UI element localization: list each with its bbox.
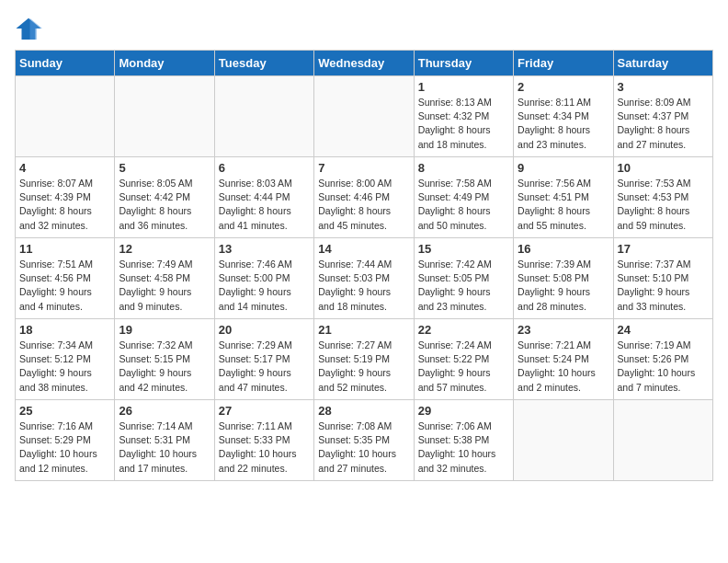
svg-marker-0 bbox=[17, 18, 41, 40]
calendar-cell: 11Sunrise: 7:51 AM Sunset: 4:56 PM Dayli… bbox=[16, 238, 115, 319]
day-number: 25 bbox=[19, 404, 110, 418]
calendar-cell: 10Sunrise: 7:53 AM Sunset: 4:53 PM Dayli… bbox=[613, 157, 712, 238]
day-number: 24 bbox=[618, 323, 709, 337]
day-info: Sunrise: 7:49 AM Sunset: 4:58 PM Dayligh… bbox=[119, 258, 210, 314]
day-number: 27 bbox=[219, 404, 310, 418]
day-number: 8 bbox=[418, 161, 509, 175]
calendar-cell: 1Sunrise: 8:13 AM Sunset: 4:32 PM Daylig… bbox=[414, 76, 513, 157]
day-info: Sunrise: 7:19 AM Sunset: 5:26 PM Dayligh… bbox=[618, 339, 709, 395]
day-number: 14 bbox=[318, 242, 409, 256]
day-info: Sunrise: 8:11 AM Sunset: 4:34 PM Dayligh… bbox=[518, 96, 609, 152]
day-number: 18 bbox=[19, 323, 110, 337]
day-info: Sunrise: 7:06 AM Sunset: 5:38 PM Dayligh… bbox=[418, 419, 509, 476]
day-info: Sunrise: 7:29 AM Sunset: 5:17 PM Dayligh… bbox=[219, 339, 310, 395]
day-number: 19 bbox=[119, 323, 210, 337]
day-number: 20 bbox=[219, 323, 310, 337]
day-number: 10 bbox=[618, 161, 709, 175]
day-number: 1 bbox=[418, 80, 509, 94]
day-number: 4 bbox=[19, 161, 110, 175]
day-info: Sunrise: 7:56 AM Sunset: 4:51 PM Dayligh… bbox=[518, 177, 609, 233]
weekday-header-friday: Friday bbox=[514, 51, 613, 76]
calendar-cell bbox=[613, 400, 712, 481]
day-number: 11 bbox=[19, 242, 110, 256]
calendar-cell bbox=[115, 76, 214, 157]
day-info: Sunrise: 7:34 AM Sunset: 5:12 PM Dayligh… bbox=[19, 339, 110, 395]
day-info: Sunrise: 7:44 AM Sunset: 5:03 PM Dayligh… bbox=[318, 258, 409, 314]
calendar-week-row: 11Sunrise: 7:51 AM Sunset: 4:56 PM Dayli… bbox=[16, 238, 713, 319]
calendar-cell: 16Sunrise: 7:39 AM Sunset: 5:08 PM Dayli… bbox=[514, 238, 613, 319]
day-info: Sunrise: 7:21 AM Sunset: 5:24 PM Dayligh… bbox=[518, 339, 609, 395]
calendar-cell: 13Sunrise: 7:46 AM Sunset: 5:00 PM Dayli… bbox=[214, 238, 313, 319]
weekday-header-tuesday: Tuesday bbox=[214, 51, 313, 76]
day-info: Sunrise: 7:32 AM Sunset: 5:15 PM Dayligh… bbox=[119, 339, 210, 395]
svg-marker-1 bbox=[30, 18, 43, 40]
day-number: 22 bbox=[418, 323, 509, 337]
day-info: Sunrise: 7:11 AM Sunset: 5:33 PM Dayligh… bbox=[219, 419, 310, 476]
day-info: Sunrise: 7:24 AM Sunset: 5:22 PM Dayligh… bbox=[418, 339, 509, 395]
day-number: 2 bbox=[518, 80, 609, 94]
weekday-header-monday: Monday bbox=[115, 51, 214, 76]
day-info: Sunrise: 7:42 AM Sunset: 5:05 PM Dayligh… bbox=[418, 258, 509, 314]
day-number: 23 bbox=[518, 323, 609, 337]
day-number: 17 bbox=[618, 242, 709, 256]
day-info: Sunrise: 7:46 AM Sunset: 5:00 PM Dayligh… bbox=[219, 258, 310, 314]
day-number: 15 bbox=[418, 242, 509, 256]
day-info: Sunrise: 7:53 AM Sunset: 4:53 PM Dayligh… bbox=[618, 177, 709, 233]
calendar-cell: 28Sunrise: 7:08 AM Sunset: 5:35 PM Dayli… bbox=[314, 400, 414, 481]
weekday-header-saturday: Saturday bbox=[613, 51, 712, 76]
calendar-cell: 25Sunrise: 7:16 AM Sunset: 5:29 PM Dayli… bbox=[16, 400, 115, 481]
calendar-cell: 18Sunrise: 7:34 AM Sunset: 5:12 PM Dayli… bbox=[16, 319, 115, 400]
calendar-cell: 5Sunrise: 8:05 AM Sunset: 4:42 PM Daylig… bbox=[115, 157, 214, 238]
calendar-cell: 19Sunrise: 7:32 AM Sunset: 5:15 PM Dayli… bbox=[115, 319, 214, 400]
day-number: 21 bbox=[318, 323, 409, 337]
calendar-cell: 12Sunrise: 7:49 AM Sunset: 4:58 PM Dayli… bbox=[115, 238, 214, 319]
calendar-cell bbox=[16, 76, 115, 157]
calendar-cell bbox=[314, 76, 414, 157]
day-info: Sunrise: 7:16 AM Sunset: 5:29 PM Dayligh… bbox=[19, 419, 110, 476]
calendar-week-row: 1Sunrise: 8:13 AM Sunset: 4:32 PM Daylig… bbox=[16, 76, 713, 157]
day-number: 7 bbox=[318, 161, 409, 175]
calendar-cell: 6Sunrise: 8:03 AM Sunset: 4:44 PM Daylig… bbox=[214, 157, 313, 238]
day-number: 12 bbox=[119, 242, 210, 256]
day-info: Sunrise: 8:07 AM Sunset: 4:39 PM Dayligh… bbox=[19, 177, 110, 233]
calendar-cell: 3Sunrise: 8:09 AM Sunset: 4:37 PM Daylig… bbox=[613, 76, 712, 157]
day-number: 6 bbox=[219, 161, 310, 175]
day-info: Sunrise: 7:14 AM Sunset: 5:31 PM Dayligh… bbox=[119, 419, 210, 476]
calendar-cell bbox=[214, 76, 313, 157]
logo-icon bbox=[15, 15, 42, 42]
day-number: 29 bbox=[418, 404, 509, 418]
logo bbox=[15, 15, 46, 42]
weekday-header-sunday: Sunday bbox=[16, 51, 115, 76]
day-info: Sunrise: 7:37 AM Sunset: 5:10 PM Dayligh… bbox=[618, 258, 709, 314]
calendar-cell: 15Sunrise: 7:42 AM Sunset: 5:05 PM Dayli… bbox=[414, 238, 513, 319]
day-info: Sunrise: 8:05 AM Sunset: 4:42 PM Dayligh… bbox=[119, 177, 210, 233]
page-header bbox=[15, 15, 713, 42]
calendar-cell: 26Sunrise: 7:14 AM Sunset: 5:31 PM Dayli… bbox=[115, 400, 214, 481]
calendar-cell: 29Sunrise: 7:06 AM Sunset: 5:38 PM Dayli… bbox=[414, 400, 513, 481]
day-info: Sunrise: 8:09 AM Sunset: 4:37 PM Dayligh… bbox=[618, 96, 709, 152]
day-number: 3 bbox=[618, 80, 709, 94]
calendar-cell: 23Sunrise: 7:21 AM Sunset: 5:24 PM Dayli… bbox=[514, 319, 613, 400]
calendar-cell: 17Sunrise: 7:37 AM Sunset: 5:10 PM Dayli… bbox=[613, 238, 712, 319]
day-number: 26 bbox=[119, 404, 210, 418]
calendar-cell: 4Sunrise: 8:07 AM Sunset: 4:39 PM Daylig… bbox=[16, 157, 115, 238]
calendar-week-row: 25Sunrise: 7:16 AM Sunset: 5:29 PM Dayli… bbox=[16, 400, 713, 481]
calendar-cell: 14Sunrise: 7:44 AM Sunset: 5:03 PM Dayli… bbox=[314, 238, 414, 319]
calendar-cell: 2Sunrise: 8:11 AM Sunset: 4:34 PM Daylig… bbox=[514, 76, 613, 157]
weekday-header-thursday: Thursday bbox=[414, 51, 513, 76]
calendar-cell: 8Sunrise: 7:58 AM Sunset: 4:49 PM Daylig… bbox=[414, 157, 513, 238]
day-info: Sunrise: 7:08 AM Sunset: 5:35 PM Dayligh… bbox=[318, 419, 409, 476]
day-number: 28 bbox=[318, 404, 409, 418]
calendar-cell: 21Sunrise: 7:27 AM Sunset: 5:19 PM Dayli… bbox=[314, 319, 414, 400]
calendar-cell: 27Sunrise: 7:11 AM Sunset: 5:33 PM Dayli… bbox=[214, 400, 313, 481]
calendar-header-row: SundayMondayTuesdayWednesdayThursdayFrid… bbox=[16, 51, 713, 76]
day-info: Sunrise: 7:39 AM Sunset: 5:08 PM Dayligh… bbox=[518, 258, 609, 314]
day-info: Sunrise: 8:00 AM Sunset: 4:46 PM Dayligh… bbox=[318, 177, 409, 233]
day-info: Sunrise: 7:51 AM Sunset: 4:56 PM Dayligh… bbox=[19, 258, 110, 314]
calendar-cell: 22Sunrise: 7:24 AM Sunset: 5:22 PM Dayli… bbox=[414, 319, 513, 400]
weekday-header-wednesday: Wednesday bbox=[314, 51, 414, 76]
day-number: 16 bbox=[518, 242, 609, 256]
calendar-cell bbox=[514, 400, 613, 481]
calendar-cell: 24Sunrise: 7:19 AM Sunset: 5:26 PM Dayli… bbox=[613, 319, 712, 400]
calendar-table: SundayMondayTuesdayWednesdayThursdayFrid… bbox=[15, 50, 713, 481]
